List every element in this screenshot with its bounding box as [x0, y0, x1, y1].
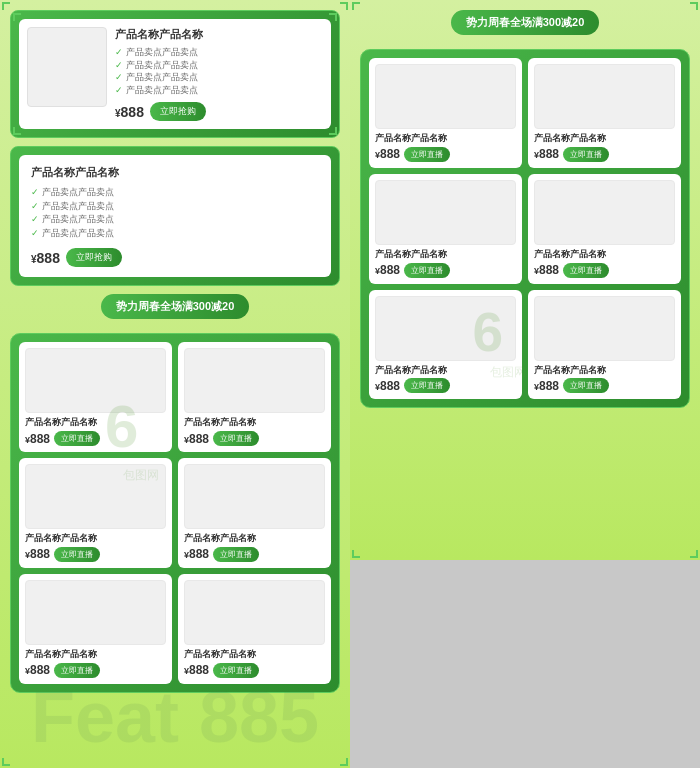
grid-price-row-1: ¥888 立即直播: [184, 431, 325, 446]
right-grid-cell-4: 产品名称产品名称 ¥888 立即直播: [369, 290, 522, 400]
buy-button-2[interactable]: 立即抢购: [66, 248, 122, 267]
right-panel: 势力周春全场满300减20 产品名称产品名称 ¥888 立即直播: [350, 0, 700, 768]
left-section-title: 势力周春全场满300减20: [101, 294, 250, 319]
grid-name-3: 产品名称产品名称: [184, 533, 256, 544]
grid-name-0: 产品名称产品名称: [25, 417, 97, 428]
right-grid-price-row-1: ¥888 立即直播: [534, 147, 675, 162]
feature-item: 产品卖点产品卖点: [31, 227, 319, 241]
grid-name-1: 产品名称产品名称: [184, 417, 256, 428]
grid-price-row-2: ¥888 立即直播: [25, 547, 166, 562]
buy-button-1[interactable]: 立即抢购: [150, 102, 206, 121]
right-grid-container: 产品名称产品名称 ¥888 立即直播 产品名称产品名称 ¥888: [360, 49, 690, 408]
grid-image-4: [25, 580, 166, 645]
feature-item: 产品卖点产品卖点: [31, 213, 319, 227]
product-name-1: 产品名称产品名称: [115, 27, 323, 42]
grid-cell-2: 产品名称产品名称 ¥888 立即直播: [19, 458, 172, 568]
grid-name-4: 产品名称产品名称: [25, 649, 97, 660]
feature-item: 产品卖点产品卖点: [31, 200, 319, 214]
right-grid-image-3: [534, 180, 675, 245]
price-1: ¥888: [115, 104, 144, 120]
right-grid-image-5: [534, 296, 675, 361]
grid-price-4: ¥888: [25, 663, 50, 677]
right-product-grid: 产品名称产品名称 ¥888 立即直播 产品名称产品名称 ¥888: [369, 58, 681, 399]
right-grid-name-1: 产品名称产品名称: [534, 133, 606, 144]
grid-btn-0[interactable]: 立即直播: [54, 431, 100, 446]
price-btn-row-1: ¥888 立即抢购: [115, 102, 323, 121]
grid-price-0: ¥888: [25, 432, 50, 446]
right-bottom-gray: [350, 560, 700, 768]
right-grid-name-0: 产品名称产品名称: [375, 133, 447, 144]
right-grid-btn-5[interactable]: 立即直播: [563, 378, 609, 393]
right-grid-cell-2: 产品名称产品名称 ¥888 立即直播: [369, 174, 522, 284]
right-grid-price-row-5: ¥888 立即直播: [534, 378, 675, 393]
right-grid-cell-1: 产品名称产品名称 ¥888 立即直播: [528, 58, 681, 168]
right-grid-image-4: [375, 296, 516, 361]
right-grid-image-1: [534, 64, 675, 129]
right-grid-image-0: [375, 64, 516, 129]
grid-image-0: [25, 348, 166, 413]
grid-price-1: ¥888: [184, 432, 209, 446]
grid-price-3: ¥888: [184, 547, 209, 561]
right-grid-btn-1[interactable]: 立即直播: [563, 147, 609, 162]
right-grid-btn-3[interactable]: 立即直播: [563, 263, 609, 278]
product-card-1: 产品名称产品名称 产品卖点产品卖点 产品卖点产品卖点 产品卖点产品卖点 产品卖点…: [10, 10, 340, 138]
feature-item: 产品卖点产品卖点: [115, 71, 323, 84]
right-grid-price-row-3: ¥888 立即直播: [534, 263, 675, 278]
grid-price-row-0: ¥888 立即直播: [25, 431, 166, 446]
grid-cell-1: 产品名称产品名称 ¥888 立即直播: [178, 342, 331, 452]
right-grid-name-3: 产品名称产品名称: [534, 249, 606, 260]
grid-btn-1[interactable]: 立即直播: [213, 431, 259, 446]
feature-item: 产品卖点产品卖点: [31, 186, 319, 200]
right-grid-price-row-2: ¥888 立即直播: [375, 263, 516, 278]
left-product-grid: 产品名称产品名称 ¥888 立即直播 产品名称产品名称 ¥888 立即直播: [19, 342, 331, 683]
left-panel: 产品名称产品名称 产品卖点产品卖点 产品卖点产品卖点 产品卖点产品卖点 产品卖点…: [0, 0, 350, 768]
grid-cell-0: 产品名称产品名称 ¥888 立即直播: [19, 342, 172, 452]
right-grid-name-4: 产品名称产品名称: [375, 365, 447, 376]
grid-btn-4[interactable]: 立即直播: [54, 663, 100, 678]
right-grid-price-row-0: ¥888 立即直播: [375, 147, 516, 162]
product-image-1: [27, 27, 107, 107]
feature-item: 产品卖点产品卖点: [115, 84, 323, 97]
product-name-2: 产品名称产品名称: [31, 165, 319, 180]
right-grid-price-0: ¥888: [375, 147, 400, 161]
grid-price-row-3: ¥888 立即直播: [184, 547, 325, 562]
product-info-1: 产品名称产品名称 产品卖点产品卖点 产品卖点产品卖点 产品卖点产品卖点 产品卖点…: [115, 27, 323, 121]
grid-cell-3: 产品名称产品名称 ¥888 立即直播: [178, 458, 331, 568]
feature-item: 产品卖点产品卖点: [115, 59, 323, 72]
grid-btn-2[interactable]: 立即直播: [54, 547, 100, 562]
right-grid-cell-5: 产品名称产品名称 ¥888 立即直播: [528, 290, 681, 400]
right-grid-btn-4[interactable]: 立即直播: [404, 378, 450, 393]
feature-item: 产品卖点产品卖点: [115, 46, 323, 59]
product-features-2: 产品卖点产品卖点 产品卖点产品卖点 产品卖点产品卖点 产品卖点产品卖点: [31, 186, 319, 240]
grid-cell-5: 产品名称产品名称 ¥888 立即直播: [178, 574, 331, 684]
product-card-2: 产品名称产品名称 产品卖点产品卖点 产品卖点产品卖点 产品卖点产品卖点 产品卖点…: [10, 146, 340, 286]
grid-price-row-5: ¥888 立即直播: [184, 663, 325, 678]
wide-card-inner: 产品名称产品名称 产品卖点产品卖点 产品卖点产品卖点 产品卖点产品卖点 产品卖点…: [19, 155, 331, 277]
grid-price-2: ¥888: [25, 547, 50, 561]
price-value-2: 888: [37, 250, 60, 266]
right-grid-cell-3: 产品名称产品名称 ¥888 立即直播: [528, 174, 681, 284]
price-2: ¥888: [31, 250, 60, 266]
right-grid-btn-2[interactable]: 立即直播: [404, 263, 450, 278]
right-grid-btn-0[interactable]: 立即直播: [404, 147, 450, 162]
grid-btn-3[interactable]: 立即直播: [213, 547, 259, 562]
grid-image-5: [184, 580, 325, 645]
grid-image-2: [25, 464, 166, 529]
right-grid-cell-0: 产品名称产品名称 ¥888 立即直播: [369, 58, 522, 168]
right-top: 势力周春全场满300减20 产品名称产品名称 ¥888 立即直播: [350, 0, 700, 560]
grid-name-5: 产品名称产品名称: [184, 649, 256, 660]
right-section-title: 势力周春全场满300减20: [451, 10, 600, 35]
right-grid-price-row-4: ¥888 立即直播: [375, 378, 516, 393]
grid-name-2: 产品名称产品名称: [25, 533, 97, 544]
right-grid-price-4: ¥888: [375, 379, 400, 393]
grid-image-3: [184, 464, 325, 529]
product-features-1: 产品卖点产品卖点 产品卖点产品卖点 产品卖点产品卖点 产品卖点产品卖点: [115, 46, 323, 96]
left-grid-container: 产品名称产品名称 ¥888 立即直播 产品名称产品名称 ¥888 立即直播: [10, 333, 340, 692]
price-value-1: 888: [121, 104, 144, 120]
right-grid-name-2: 产品名称产品名称: [375, 249, 447, 260]
right-grid-image-2: [375, 180, 516, 245]
grid-price-row-4: ¥888 立即直播: [25, 663, 166, 678]
right-grid-price-3: ¥888: [534, 263, 559, 277]
right-grid-price-1: ¥888: [534, 147, 559, 161]
grid-btn-5[interactable]: 立即直播: [213, 663, 259, 678]
